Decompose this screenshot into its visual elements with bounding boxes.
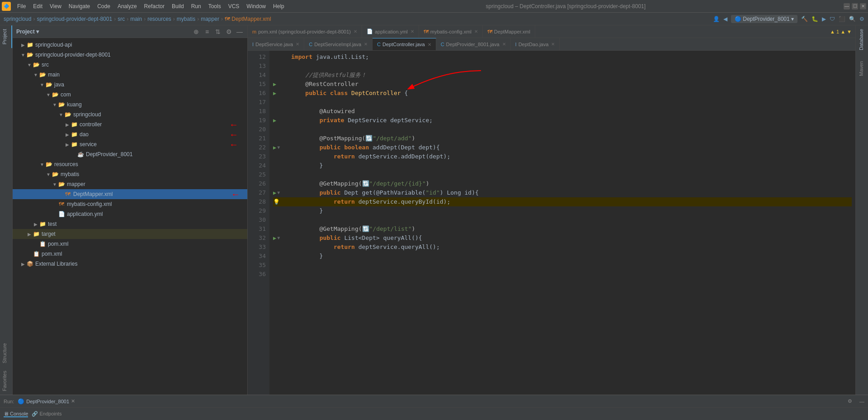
run-close-button[interactable]: ✕	[71, 398, 75, 404]
tree-arrow-springcloud-api[interactable]: ▶	[20, 42, 26, 48]
tree-arrow-mapper[interactable]: ▼	[52, 181, 58, 187]
tree-item-mybatis[interactable]: ▼ 📂 mybatis	[13, 169, 247, 179]
right-sidebar-maven[interactable]: Maven	[856, 57, 868, 80]
right-sidebar-database[interactable]: Database	[856, 25, 868, 54]
tree-arrow-main[interactable]: ▼	[33, 72, 39, 78]
menu-run[interactable]: Run	[188, 2, 205, 11]
tree-item-main[interactable]: ▼ 📂 main	[13, 70, 247, 80]
run-settings-icon[interactable]: ⚙	[848, 398, 852, 404]
tree-item-application-yml[interactable]: ▶ 📄 application.yml	[13, 209, 247, 219]
tab-close-yml[interactable]: ✕	[410, 29, 414, 34]
sort-icon[interactable]: ⇅	[214, 28, 222, 36]
settings-icon[interactable]: ⚙	[859, 16, 864, 22]
gear-icon[interactable]: ⚙	[225, 28, 233, 36]
tree-item-mybatis-config[interactable]: ▶ 🗺 mybatis-config.xml	[13, 199, 247, 209]
menu-build[interactable]: Build	[168, 2, 188, 11]
tree-item-service[interactable]: ▶ 📁 service ←	[13, 139, 247, 149]
endpoints-tab[interactable]: 🔗 Endpoints	[32, 411, 61, 417]
breadcrumb-main[interactable]: main	[130, 16, 142, 22]
tree-item-resources[interactable]: ▼ 📂 resources	[13, 159, 247, 169]
fold-32[interactable]: ▼	[277, 234, 280, 243]
tree-item-target[interactable]: ▶ 📁 target	[13, 229, 247, 239]
run-icon[interactable]: ▶	[822, 16, 826, 22]
tree-item-mapper[interactable]: ▼ 📂 mapper	[13, 179, 247, 189]
back-icon[interactable]: ◀	[723, 16, 727, 22]
tab-close-deptprovider[interactable]: ✕	[502, 42, 506, 47]
tree-item-controller[interactable]: ▶ 📁 controller ←	[13, 119, 247, 129]
menu-tools[interactable]: Tools	[205, 2, 225, 11]
menu-analyze[interactable]: Analyze	[114, 2, 141, 11]
fold-27[interactable]: ▼	[277, 188, 280, 197]
breadcrumb-mybatis[interactable]: mybatis	[177, 16, 195, 22]
tab-close-deptdao[interactable]: ✕	[551, 42, 555, 47]
console-tab[interactable]: 🖥 Console	[4, 411, 28, 417]
tab-deptcontroller[interactable]: C DeptController.java ✕	[373, 38, 436, 51]
menu-window[interactable]: Window	[243, 2, 269, 11]
tree-arrow-service[interactable]: ▶	[64, 141, 71, 148]
tree-item-dao[interactable]: ▶ 📁 dao ←	[13, 129, 247, 139]
tab-deptservice[interactable]: I DeptService.java ✕	[248, 38, 304, 51]
menu-navigate[interactable]: Navigate	[65, 2, 94, 11]
maximize-button[interactable]: ☐	[852, 3, 858, 10]
tab-deptdao[interactable]: I DeptDao.java ✕	[511, 38, 560, 51]
tree-item-springcloud-pkg[interactable]: ▼ 📂 springcloud	[13, 110, 247, 119]
sidebar-tab-favorites[interactable]: Favorites	[0, 367, 12, 395]
tree-item-external-libs[interactable]: ▶ 📦 External Libraries	[13, 259, 247, 269]
sidebar-tab-structure[interactable]: Structure	[0, 339, 12, 367]
tree-arrow-provider[interactable]: ▼	[20, 52, 26, 58]
tab-close-deptserviceimpl[interactable]: ✕	[364, 42, 368, 47]
run-close-icon[interactable]: —	[859, 399, 864, 404]
tab-close-mybatis-config[interactable]: ✕	[474, 29, 478, 34]
menu-refactor[interactable]: Refactor	[141, 2, 168, 11]
code-content[interactable]: import java.util.List; //提供Restful服务！	[269, 51, 855, 395]
tab-close-deptservice[interactable]: ✕	[296, 42, 299, 47]
tree-arrow-springcloud-pkg[interactable]: ▼	[58, 111, 64, 118]
tree-arrow-src[interactable]: ▼	[26, 62, 33, 68]
tree-arrow-target[interactable]: ▶	[26, 231, 33, 237]
stop-icon[interactable]: ⬛	[839, 16, 845, 22]
fold-22[interactable]: ▼	[277, 143, 280, 152]
breadcrumb-springcloud[interactable]: springcloud	[4, 16, 31, 22]
tree-item-java[interactable]: ▼ 📂 java	[13, 80, 247, 90]
tree-item-pom-outer[interactable]: ▶ 📋 pom.xml	[13, 249, 247, 259]
tree-item-com[interactable]: ▼ 📂 com	[13, 90, 247, 100]
locate-icon[interactable]: ⊕	[192, 28, 200, 36]
tree-arrow-java[interactable]: ▼	[39, 81, 45, 88]
menu-file[interactable]: File	[14, 2, 29, 11]
tab-deptserviceimpl[interactable]: C DeptServiceImpl.java ✕	[304, 38, 373, 51]
close-button[interactable]: ✕	[860, 3, 866, 10]
breadcrumb-file[interactable]: 🗺 DeptMapper.xml	[225, 16, 271, 22]
tree-item-pom-inner[interactable]: ▶ 📋 pom.xml	[13, 239, 247, 249]
breadcrumb-mapper[interactable]: mapper	[201, 16, 219, 22]
breadcrumb-src[interactable]: src	[118, 16, 125, 22]
tree-item-kuang[interactable]: ▼ 📂 kuang	[13, 100, 247, 110]
tree-arrow-test[interactable]: ▶	[33, 221, 39, 227]
menu-edit[interactable]: Edit	[29, 2, 46, 11]
profile-icon[interactable]: 👤	[713, 16, 720, 22]
tree-item-deptmapper[interactable]: ▶ 🗺 DeptMapper.xml ←	[13, 189, 247, 199]
run-config-selector[interactable]: 🔵 DeptProvider_8001 ▾	[731, 15, 797, 23]
tree-arrow-mybatis[interactable]: ▼	[45, 171, 52, 177]
tree-arrow-controller[interactable]: ▶	[64, 121, 71, 128]
menu-code[interactable]: Code	[94, 2, 114, 11]
tree-item-src[interactable]: ▼ 📂 src	[13, 60, 247, 70]
tree-arrow-resources[interactable]: ▼	[39, 161, 45, 167]
menu-view[interactable]: View	[46, 2, 65, 11]
minimize-button[interactable]: —	[844, 3, 850, 10]
tree-item-test[interactable]: ▶ 📁 test	[13, 219, 247, 229]
tree-arrow-dao[interactable]: ▶	[64, 131, 71, 138]
debug-icon[interactable]: 🐛	[811, 16, 818, 22]
tab-deptmapper[interactable]: 🗺 DeptMapper.xml	[483, 25, 535, 38]
tab-deptprovider[interactable]: C DeptProvider_8001.java ✕	[436, 38, 511, 51]
tree-arrow-external-libs[interactable]: ▶	[20, 261, 26, 267]
tree-arrow-kuang[interactable]: ▼	[52, 101, 58, 108]
breadcrumb-resources[interactable]: resources	[147, 16, 171, 22]
search-icon[interactable]: 🔍	[849, 16, 856, 22]
coverage-icon[interactable]: 🛡	[830, 16, 835, 22]
tab-pom-xml[interactable]: m pom.xml (springcloud-provider-dept-800…	[248, 25, 362, 38]
tab-close-deptcontroller[interactable]: ✕	[428, 42, 431, 47]
tree-item-springcloud-api[interactable]: ▶ 📁 springcloud-api	[13, 40, 247, 50]
menu-vcs[interactable]: VCS	[225, 2, 243, 11]
tab-close-pom[interactable]: ✕	[354, 29, 357, 34]
menu-help[interactable]: Help	[269, 2, 288, 11]
